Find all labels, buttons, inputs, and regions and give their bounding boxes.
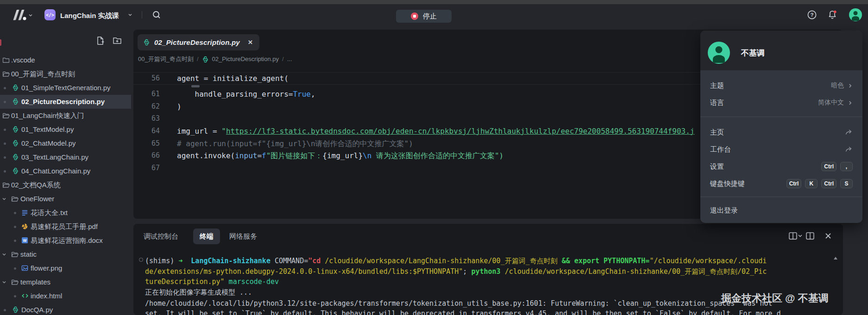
- stop-button-label: 停止: [423, 12, 437, 21]
- tab-close-icon[interactable]: ✕: [248, 39, 253, 46]
- tree-item-label: index.html: [31, 289, 62, 303]
- logo-chevron-down-icon[interactable]: [28, 13, 33, 18]
- img-icon: [21, 265, 28, 272]
- tree-item-label: DocQA.py: [21, 303, 53, 315]
- menu-item-label: 设置: [710, 162, 724, 171]
- menu-item-工作台[interactable]: 工作台: [700, 141, 862, 158]
- html-icon: [21, 292, 29, 299]
- tree-item-flower.png[interactable]: flower.png: [0, 261, 131, 275]
- breadcrumb-more[interactable]: ...: [287, 56, 292, 62]
- panel-tab-终端[interactable]: 终端: [193, 229, 220, 244]
- tree-item-.vscode[interactable]: .vscode: [0, 53, 131, 67]
- user-avatar[interactable]: [849, 8, 862, 21]
- breadcrumb[interactable]: 00_开篇词_奇点时刻/02_PictureDescription.py/...: [138, 53, 292, 65]
- workspace-title[interactable]: LangChain 实战课: [60, 4, 119, 28]
- help-icon[interactable]: ?: [807, 10, 817, 19]
- tree-item-01_LangChain快速入门[interactable]: 01_LangChain快速入门: [0, 109, 131, 123]
- tree-item-label: OneFlower: [20, 192, 54, 206]
- tree-item-OneFlower[interactable]: OneFlower: [0, 192, 131, 206]
- line-number: 64: [133, 125, 160, 137]
- tree-item-label: templates: [20, 275, 50, 289]
- menu-item-语言[interactable]: 语言简体中文: [700, 94, 862, 111]
- tree-item-易速鲜花运营指南.docx[interactable]: W易速鲜花运营指南.docx: [0, 234, 131, 247]
- breadcrumb-separator: /: [282, 56, 284, 62]
- folded-code-indicator[interactable]: [191, 85, 200, 87]
- chevron-right-icon: [848, 100, 853, 105]
- split-panel-icon[interactable]: [789, 232, 803, 241]
- tree-item-02_PictureDescription.py[interactable]: 02_PictureDescription.py: [0, 95, 131, 109]
- tree-item-index.html[interactable]: index.html: [0, 289, 131, 303]
- terminal-scrollbar-arrow[interactable]: [834, 257, 837, 259]
- folder-open-icon: [2, 112, 10, 119]
- py-icon: [12, 140, 19, 147]
- search-icon[interactable]: [152, 10, 161, 19]
- breadcrumb-file[interactable]: 02_PictureDescription.py: [212, 56, 279, 62]
- panel-tab-调试控制台[interactable]: 调试控制台: [144, 229, 178, 244]
- tree-item-03_TextLangChain.py[interactable]: 03_TextLangChain.py: [0, 150, 131, 164]
- tree-item-label: 04_ChatLongChain.py: [21, 164, 90, 178]
- modified-dot: [4, 142, 6, 145]
- kbd-Ctrl: Ctrl: [821, 179, 837, 188]
- external-link-icon: [845, 129, 853, 136]
- menu-item-主题[interactable]: 主题暗色: [700, 77, 862, 94]
- docx-icon: W: [21, 237, 28, 244]
- tree-item-00_开篇词_奇点时刻[interactable]: 00_开篇词_奇点时刻: [0, 67, 131, 81]
- breadcrumb-folder[interactable]: 00_开篇词_奇点时刻: [138, 55, 194, 63]
- menu-item-label: 主题: [710, 81, 724, 90]
- tree-item-static[interactable]: static: [0, 247, 131, 261]
- chevron-down-icon[interactable]: [2, 197, 6, 201]
- code-line-66: agent.invoke(input=f"图片链接如下：{img_url}\n …: [177, 149, 503, 162]
- menu-item-退出登录[interactable]: 退出登录: [700, 202, 862, 219]
- line-number: 61: [133, 88, 160, 100]
- tree-item-花语大全.txt[interactable]: 花语大全.txt: [0, 206, 131, 220]
- tree-item-label: static: [20, 247, 37, 261]
- sidebar-accent-mark: [0, 39, 1, 46]
- menu-item-设置[interactable]: 设置Ctrl,: [700, 158, 862, 175]
- line-number: 56: [133, 72, 160, 85]
- editor-tab[interactable]: 02_PictureDescription.py ✕: [138, 34, 259, 50]
- code-line-61: handle_parsing_errors=True,: [177, 88, 315, 100]
- tree-item-02_文档QA系统[interactable]: 02_文档QA系统: [0, 178, 131, 192]
- close-panel-icon[interactable]: [824, 232, 832, 240]
- tree-item-DocQA.py[interactable]: DocQA.py: [0, 303, 131, 315]
- stop-button[interactable]: 停止: [396, 10, 452, 23]
- python-file-icon: [202, 56, 209, 63]
- terminal-line: tureDescription.py" marscode-dev: [145, 277, 279, 287]
- new-file-icon[interactable]: [96, 36, 105, 45]
- workspace-chevron-down-icon[interactable]: [128, 12, 132, 17]
- py-icon: [12, 126, 19, 133]
- new-folder-icon[interactable]: [113, 36, 122, 45]
- py-icon: [12, 167, 19, 174]
- chevron-down-icon[interactable]: [2, 280, 6, 284]
- py-icon: [12, 154, 19, 161]
- menu-item-label: 退出登录: [710, 206, 738, 215]
- modified-dot: [14, 295, 16, 297]
- notification-bell-icon[interactable]: [827, 10, 837, 20]
- user-menu-header: 不基调: [700, 31, 862, 70]
- maximize-panel-icon[interactable]: [806, 232, 815, 241]
- folder-open-icon: [2, 181, 10, 189]
- chevron-down-icon[interactable]: [2, 252, 6, 257]
- menu-item-键盘快捷键[interactable]: 键盘快捷键CtrlKCtrlS: [700, 175, 862, 192]
- terminal-line: 正在初始化图像字幕生成模型 ...: [145, 287, 252, 297]
- tree-item-label: 易速鲜花运营指南.docx: [31, 234, 103, 247]
- marscode-logo[interactable]: [12, 9, 27, 21]
- folder-open-icon: [11, 251, 19, 258]
- tree-item-01_TextModel.py[interactable]: 01_TextModel.py: [0, 123, 131, 136]
- tree-item-label: 00_开篇词_奇点时刻: [11, 67, 75, 81]
- tree-item-templates[interactable]: templates: [0, 275, 131, 289]
- svg-text:?: ?: [811, 12, 814, 18]
- tree-item-01_SimpleTextGeneration.py[interactable]: 01_SimpleTextGeneration.py: [0, 81, 131, 95]
- terminal-line: /home/cloudide/.local/lib/python3.12/sit…: [145, 298, 773, 309]
- folder-closed-icon: [2, 56, 10, 64]
- modified-dot: [14, 267, 16, 270]
- tree-item-label: 01_SimpleTextGeneration.py: [21, 81, 111, 95]
- panel-tab-网络服务[interactable]: 网络服务: [229, 229, 257, 244]
- tree-item-04_ChatLongChain.py[interactable]: 04_ChatLongChain.py: [0, 164, 131, 178]
- tree-item-02_ChatModel.py[interactable]: 02_ChatModel.py: [0, 136, 131, 150]
- terminal-line: set. It will be set to `True` by default…: [145, 309, 781, 315]
- menu-item-主页[interactable]: 主页: [700, 124, 862, 141]
- tree-item-label: flower.png: [31, 261, 62, 275]
- modified-dot: [4, 101, 6, 103]
- tree-item-易速鲜花员工手册.pdf[interactable]: 易速鲜花员工手册.pdf: [0, 220, 131, 234]
